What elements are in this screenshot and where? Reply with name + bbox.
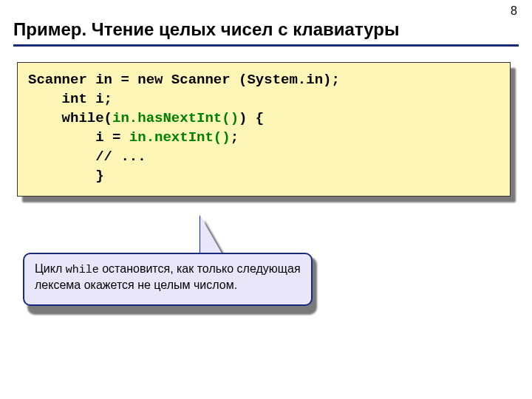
callout-box: Цикл while остановится, как только следу… <box>23 253 313 306</box>
callout-text-mono: while <box>66 264 99 276</box>
slide-title: Пример. Чтение целых чисел с клавиатуры <box>13 19 399 40</box>
page-number: 8 <box>511 4 517 18</box>
callout-text-pre: Цикл <box>35 262 66 275</box>
code-block: Scanner in = new Scanner (System.in); in… <box>17 62 511 197</box>
title-underline <box>13 44 519 47</box>
